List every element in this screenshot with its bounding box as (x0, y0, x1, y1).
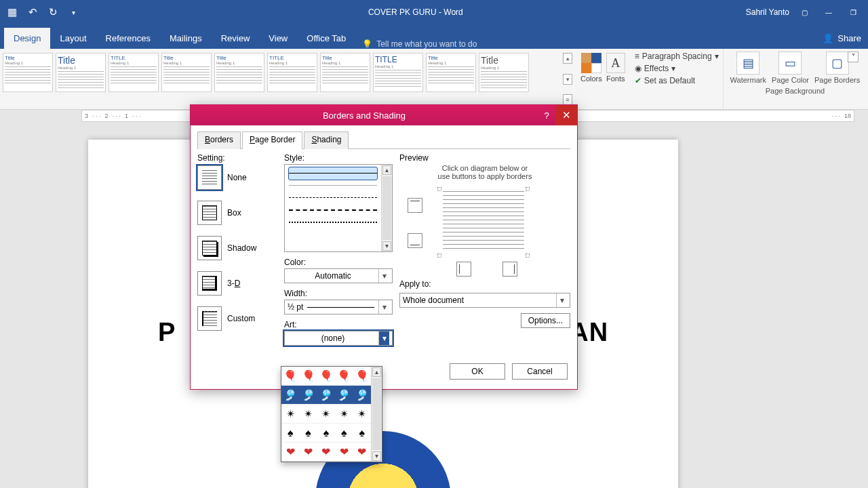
page-color-label: Page Color (772, 76, 809, 84)
preview-corner (526, 187, 530, 191)
preview-border-top-button[interactable] (408, 198, 422, 213)
paragraph-spacing-button[interactable]: ≡Paragraph Spacing▾ (635, 52, 719, 61)
style-line-thin[interactable] (289, 180, 377, 192)
tab-references[interactable]: References (96, 28, 160, 49)
chevron-down-icon: ▾ (715, 52, 719, 61)
style-label: Style: (284, 153, 393, 163)
setting-shadow[interactable]: Shadow (197, 236, 277, 260)
df-style-5[interactable]: TitleHeading 1 (214, 53, 264, 92)
preview-border-right-button[interactable] (502, 262, 517, 277)
setting-box[interactable]: Box (197, 201, 277, 225)
df-style-10[interactable]: TitleHeading 1 (479, 53, 529, 92)
art-label: Art: (284, 320, 393, 329)
dialog-help-icon[interactable]: ? (538, 110, 555, 121)
scroll-thumb[interactable] (372, 378, 381, 450)
art-option-balloons[interactable]: 🎈🎈🎈🎈🎈 (281, 367, 371, 386)
style-line-solid[interactable] (289, 167, 377, 180)
fonts-button[interactable]: A Fonts (606, 53, 625, 83)
ribbon-display-icon[interactable]: ▢ (795, 4, 814, 20)
art-option-sparkles[interactable]: ✴✴✴✴✴ (281, 405, 371, 424)
tab-mailings[interactable]: Mailings (160, 28, 212, 49)
tab-review[interactable]: Review (212, 28, 260, 49)
tab-office-tab[interactable]: Office Tab (297, 28, 355, 49)
preview-diagram[interactable] (399, 186, 570, 274)
setting-custom[interactable]: Custom (197, 306, 277, 331)
color-combo[interactable]: Automatic ▾ (284, 268, 393, 283)
preview-border-left-button[interactable] (456, 262, 471, 277)
style-listbox[interactable]: ▴▾ (284, 164, 393, 252)
style-line-dash[interactable] (289, 192, 377, 204)
df-style-4[interactable]: TitleHeading 1 (161, 53, 212, 92)
tab-page-border[interactable]: Page BorderPage Border (242, 131, 302, 149)
new-file-icon[interactable]: ▦ (4, 4, 20, 20)
share-button[interactable]: 👤 Share (816, 28, 868, 49)
options-button[interactable]: Options... (521, 313, 570, 328)
width-combo[interactable]: ½ pt ▾ (284, 300, 393, 314)
scroll-up-icon[interactable]: ▴ (382, 165, 391, 175)
page-color-button[interactable]: ▭ Page Color (772, 52, 809, 84)
style-line-dash-dot[interactable] (289, 216, 377, 228)
art-dropdown-scrollbar[interactable]: ▴ ▾ (371, 367, 382, 462)
user-area: Sahril Yanto ▢ — ❐ (746, 4, 868, 20)
set-as-default-button[interactable]: ✔Set as Default (635, 76, 719, 85)
preview-corner (437, 253, 441, 258)
ruler-mark: 3 (85, 113, 88, 119)
effects-button[interactable]: ◉Effects▾ (635, 64, 719, 73)
qat-more-icon[interactable]: ▾ (65, 4, 81, 20)
dialog-title-bar[interactable]: Borders and Shading ? ✕ (191, 105, 577, 125)
tab-borders[interactable]: BBordersorders (197, 131, 241, 149)
setting-3d-label: 3-D (227, 279, 240, 288)
art-option-swirls[interactable]: ♠♠♠♠♠ (281, 424, 371, 443)
watermark-icon: ▤ (736, 52, 760, 75)
lightbulb-icon: 💡 (362, 39, 372, 49)
minimize-icon[interactable]: — (819, 4, 838, 20)
gallery-scrollbar[interactable]: ▴ ▾ ≡ (563, 49, 575, 109)
art-dropdown-list[interactable]: 🎈🎈🎈🎈🎈 🎐🎐🎐🎐🎐 ✴✴✴✴✴ ♠♠♠♠♠ ❤❤❤❤❤ ▴ ▾ (281, 366, 382, 462)
style-line-dash-wide[interactable] (289, 204, 377, 216)
tab-layout[interactable]: Layout (50, 28, 96, 49)
gallery-more-icon[interactable]: ≡ (563, 94, 572, 105)
preview-hint: Click on diagram below oruse buttons to … (399, 164, 570, 180)
scroll-thumb[interactable] (382, 176, 391, 240)
ok-button[interactable]: OK (450, 363, 505, 380)
scroll-up-icon[interactable]: ▴ (372, 367, 381, 377)
page-background-group-label: Page Background (766, 87, 825, 95)
setting-none[interactable]: None (197, 165, 277, 190)
cancel-button[interactable]: Cancel (512, 363, 568, 380)
undo-icon[interactable]: ↶ (24, 4, 41, 20)
preview-border-bottom-button[interactable] (408, 233, 422, 248)
style-scrollbar[interactable]: ▴▾ (381, 165, 392, 251)
df-style-3[interactable]: TITLEHeading 1 (108, 53, 159, 92)
df-style-6[interactable]: TITLEHeading 1 (267, 53, 317, 92)
art-combo[interactable]: (none) ▾ (284, 331, 393, 346)
scroll-down-icon[interactable]: ▾ (382, 241, 391, 251)
watermark-button[interactable]: ▤ Watermark (730, 52, 766, 84)
quick-access-toolbar: ▦ ↶ ↻ ▾ (0, 4, 85, 20)
setting-none-icon (197, 165, 222, 190)
art-option-hearts[interactable]: ❤❤❤❤❤ (281, 443, 371, 462)
df-style-8[interactable]: TITLEHeading 1 (373, 53, 423, 92)
redo-icon[interactable]: ↻ (45, 4, 61, 20)
collapse-ribbon-icon[interactable]: ˅ (848, 52, 859, 62)
setting-3d[interactable]: 3-D3-D (197, 271, 277, 296)
df-style-9[interactable]: TitleHeading 1 (426, 53, 476, 92)
tab-design[interactable]: Design (4, 28, 50, 49)
apply-to-combo[interactable]: Whole document ▾ (399, 293, 570, 308)
colors-button[interactable]: Colors (580, 53, 602, 83)
gallery-scroll-up-icon[interactable]: ▴ (563, 53, 572, 64)
gallery-scroll-down-icon[interactable]: ▾ (563, 74, 572, 85)
df-style-7[interactable]: TitleHeading 1 (320, 53, 370, 92)
art-option-wind-chimes[interactable]: 🎐🎐🎐🎐🎐 (281, 386, 371, 405)
tab-shading[interactable]: ShadingShading (304, 131, 349, 149)
setting-3d-icon (197, 271, 222, 296)
chevron-down-icon: ▾ (671, 64, 675, 73)
watermark-label: Watermark (730, 76, 766, 84)
dialog-close-icon[interactable]: ✕ (555, 105, 577, 125)
tell-me-search[interactable]: 💡 Tell me what you want to do (362, 39, 477, 49)
df-style-1[interactable]: TitleHeading 1 (3, 53, 53, 92)
df-style-2[interactable]: TitleHeading 1 (56, 53, 106, 92)
scroll-down-icon[interactable]: ▾ (372, 451, 381, 461)
tab-view[interactable]: View (259, 28, 297, 49)
maximize-icon[interactable]: ❐ (844, 4, 863, 20)
preview-corner (437, 187, 441, 191)
